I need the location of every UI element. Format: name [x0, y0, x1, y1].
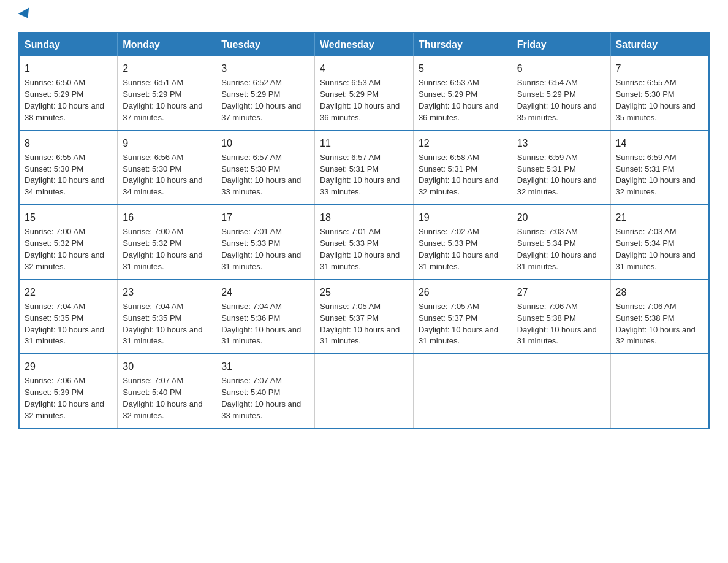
day-number: 1: [25, 61, 112, 75]
calendar-week-row: 15 Sunrise: 7:00 AM Sunset: 5:32 PM Dayl…: [19, 205, 709, 280]
day-sunrise: Sunrise: 6:50 AM: [25, 78, 85, 87]
day-sunset: Sunset: 5:30 PM: [123, 164, 181, 174]
logo: [18, 12, 33, 21]
calendar-day-cell: 2 Sunrise: 6:51 AM Sunset: 5:29 PM Dayli…: [118, 56, 216, 131]
day-daylight: Daylight: 10 hours and 38 minutes.: [25, 101, 104, 122]
calendar-day-cell: [315, 354, 414, 429]
day-sunrise: Sunrise: 7:06 AM: [616, 302, 677, 311]
day-number: 4: [320, 61, 408, 75]
day-daylight: Daylight: 10 hours and 31 minutes.: [419, 325, 498, 346]
calendar-day-cell: 20 Sunrise: 7:03 AM Sunset: 5:34 PM Dayl…: [512, 205, 610, 280]
calendar-week-row: 1 Sunrise: 6:50 AM Sunset: 5:29 PM Dayli…: [19, 56, 709, 131]
calendar-header-friday: Friday: [512, 33, 610, 56]
day-number: 5: [419, 61, 507, 75]
day-number: 20: [517, 210, 605, 224]
day-sunrise: Sunrise: 7:06 AM: [517, 302, 578, 311]
day-sunset: Sunset: 5:31 PM: [320, 164, 379, 174]
calendar-day-cell: 23 Sunrise: 7:04 AM Sunset: 5:35 PM Dayl…: [118, 280, 216, 354]
day-sunrise: Sunrise: 6:55 AM: [616, 78, 677, 87]
day-sunrise: Sunrise: 7:04 AM: [25, 302, 85, 311]
calendar-day-cell: 1 Sunrise: 6:50 AM Sunset: 5:29 PM Dayli…: [19, 56, 118, 131]
calendar-day-cell: 11 Sunrise: 6:57 AM Sunset: 5:31 PM Dayl…: [315, 131, 414, 205]
calendar-day-cell: [413, 354, 512, 429]
day-sunset: Sunset: 5:31 PM: [616, 164, 675, 174]
day-sunrise: Sunrise: 6:51 AM: [123, 78, 183, 87]
calendar-day-cell: 16 Sunrise: 7:00 AM Sunset: 5:32 PM Dayl…: [118, 205, 216, 280]
calendar-day-cell: 8 Sunrise: 6:55 AM Sunset: 5:30 PM Dayli…: [19, 131, 118, 205]
day-sunrise: Sunrise: 6:53 AM: [419, 78, 479, 87]
day-number: 7: [616, 61, 703, 75]
calendar-day-cell: 17 Sunrise: 7:01 AM Sunset: 5:33 PM Dayl…: [216, 205, 315, 280]
calendar-day-cell: 21 Sunrise: 7:03 AM Sunset: 5:34 PM Dayl…: [610, 205, 709, 280]
day-number: 30: [123, 359, 211, 373]
calendar-day-cell: 10 Sunrise: 6:57 AM Sunset: 5:30 PM Dayl…: [216, 131, 315, 205]
day-sunrise: Sunrise: 6:59 AM: [616, 153, 677, 162]
calendar-day-cell: 15 Sunrise: 7:00 AM Sunset: 5:32 PM Dayl…: [19, 205, 118, 280]
calendar-day-cell: 27 Sunrise: 7:06 AM Sunset: 5:38 PM Dayl…: [512, 280, 610, 354]
day-sunset: Sunset: 5:38 PM: [616, 313, 675, 323]
day-number: 17: [221, 210, 309, 224]
day-daylight: Daylight: 10 hours and 31 minutes.: [517, 325, 597, 346]
day-daylight: Daylight: 10 hours and 31 minutes.: [320, 250, 400, 271]
calendar-day-cell: 31 Sunrise: 7:07 AM Sunset: 5:40 PM Dayl…: [216, 354, 315, 429]
day-daylight: Daylight: 10 hours and 31 minutes.: [221, 250, 301, 271]
day-daylight: Daylight: 10 hours and 37 minutes.: [221, 101, 301, 122]
calendar-day-cell: 24 Sunrise: 7:04 AM Sunset: 5:36 PM Dayl…: [216, 280, 315, 354]
calendar-day-cell: 7 Sunrise: 6:55 AM Sunset: 5:30 PM Dayli…: [610, 56, 709, 131]
day-sunrise: Sunrise: 6:58 AM: [419, 153, 479, 162]
day-daylight: Daylight: 10 hours and 35 minutes.: [616, 101, 696, 122]
day-sunrise: Sunrise: 7:04 AM: [221, 302, 282, 311]
day-sunrise: Sunrise: 7:04 AM: [123, 302, 183, 311]
day-daylight: Daylight: 10 hours and 34 minutes.: [123, 175, 202, 196]
day-sunset: Sunset: 5:33 PM: [221, 239, 280, 248]
day-sunset: Sunset: 5:30 PM: [616, 90, 675, 99]
day-sunset: Sunset: 5:29 PM: [419, 90, 477, 99]
day-sunset: Sunset: 5:40 PM: [221, 388, 280, 397]
calendar-header-tuesday: Tuesday: [216, 33, 315, 56]
day-daylight: Daylight: 10 hours and 31 minutes.: [123, 325, 202, 346]
calendar-day-cell: 9 Sunrise: 6:56 AM Sunset: 5:30 PM Dayli…: [118, 131, 216, 205]
day-sunrise: Sunrise: 7:00 AM: [123, 227, 183, 236]
calendar-day-cell: 26 Sunrise: 7:05 AM Sunset: 5:37 PM Dayl…: [413, 280, 512, 354]
day-sunset: Sunset: 5:30 PM: [221, 164, 280, 174]
day-sunset: Sunset: 5:36 PM: [221, 313, 280, 323]
day-daylight: Daylight: 10 hours and 33 minutes.: [320, 175, 400, 196]
day-daylight: Daylight: 10 hours and 36 minutes.: [419, 101, 498, 122]
calendar-header-wednesday: Wednesday: [315, 33, 414, 56]
day-daylight: Daylight: 10 hours and 35 minutes.: [517, 101, 597, 122]
day-sunset: Sunset: 5:31 PM: [419, 164, 477, 174]
day-sunset: Sunset: 5:34 PM: [616, 239, 675, 248]
day-sunset: Sunset: 5:38 PM: [517, 313, 576, 323]
day-daylight: Daylight: 10 hours and 31 minutes.: [221, 325, 301, 346]
calendar-week-row: 22 Sunrise: 7:04 AM Sunset: 5:35 PM Dayl…: [19, 280, 709, 354]
day-number: 10: [221, 136, 309, 150]
day-daylight: Daylight: 10 hours and 32 minutes.: [25, 399, 104, 420]
calendar-header-saturday: Saturday: [610, 33, 709, 56]
day-sunset: Sunset: 5:31 PM: [517, 164, 576, 174]
day-number: 25: [320, 285, 408, 299]
calendar-day-cell: 3 Sunrise: 6:52 AM Sunset: 5:29 PM Dayli…: [216, 56, 315, 131]
day-daylight: Daylight: 10 hours and 33 minutes.: [221, 399, 301, 420]
day-number: 14: [616, 136, 703, 150]
day-sunrise: Sunrise: 7:07 AM: [221, 376, 282, 385]
day-daylight: Daylight: 10 hours and 31 minutes.: [25, 325, 104, 346]
calendar-week-row: 8 Sunrise: 6:55 AM Sunset: 5:30 PM Dayli…: [19, 131, 709, 205]
day-number: 16: [123, 210, 211, 224]
day-sunrise: Sunrise: 6:54 AM: [517, 78, 578, 87]
day-sunrise: Sunrise: 6:57 AM: [320, 153, 381, 162]
day-sunrise: Sunrise: 6:52 AM: [221, 78, 282, 87]
day-daylight: Daylight: 10 hours and 32 minutes.: [616, 325, 696, 346]
day-sunset: Sunset: 5:29 PM: [25, 90, 83, 99]
day-number: 9: [123, 136, 211, 150]
day-number: 23: [123, 285, 211, 299]
calendar-day-cell: [610, 354, 709, 429]
day-number: 27: [517, 285, 605, 299]
calendar-day-cell: 22 Sunrise: 7:04 AM Sunset: 5:35 PM Dayl…: [19, 280, 118, 354]
calendar-header-monday: Monday: [118, 33, 216, 56]
page-header: [18, 12, 710, 21]
day-number: 31: [221, 359, 309, 373]
day-sunset: Sunset: 5:29 PM: [320, 90, 379, 99]
calendar-day-cell: 28 Sunrise: 7:06 AM Sunset: 5:38 PM Dayl…: [610, 280, 709, 354]
day-sunrise: Sunrise: 7:05 AM: [320, 302, 381, 311]
calendar-day-cell: 6 Sunrise: 6:54 AM Sunset: 5:29 PM Dayli…: [512, 56, 610, 131]
